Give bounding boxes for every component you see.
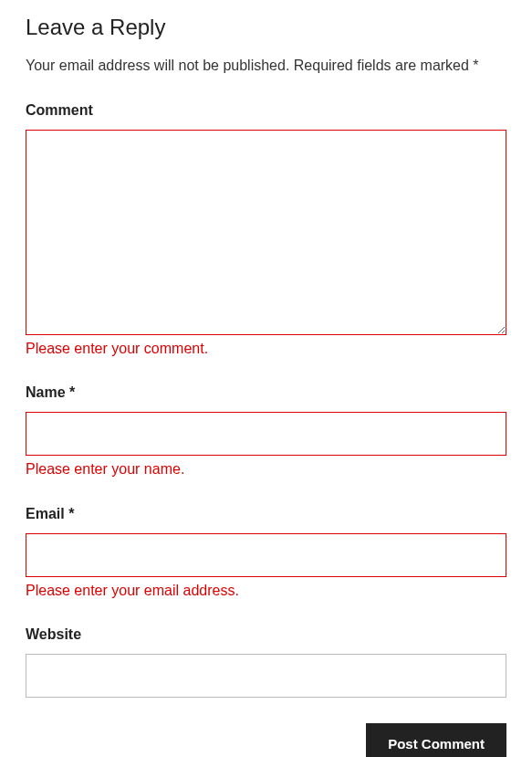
name-required-asterisk: * [69,384,75,400]
comment-group: Comment Please enter your comment. [26,102,506,359]
form-title: Leave a Reply [26,15,506,40]
comment-error: Please enter your comment. [26,339,506,359]
website-input[interactable] [26,654,506,698]
email-required-asterisk: * [68,506,74,521]
submit-row: Post Comment [26,723,506,757]
website-group: Website [26,626,506,698]
name-group: Name * Please enter your name. [26,384,506,479]
name-label-text: Name [26,384,69,400]
comment-label: Comment [26,102,506,119]
email-group: Email * Please enter your email address. [26,506,506,601]
post-comment-button[interactable]: Post Comment [366,723,506,757]
email-error: Please enter your email address. [26,581,506,601]
form-notice: Your email address will not be published… [26,55,506,77]
website-label: Website [26,626,506,643]
name-error: Please enter your name. [26,459,506,479]
name-input[interactable] [26,412,506,456]
comment-textarea[interactable] [26,130,506,335]
email-input[interactable] [26,533,506,577]
email-label-text: Email [26,506,68,521]
name-label: Name * [26,384,506,401]
email-label: Email * [26,506,506,522]
